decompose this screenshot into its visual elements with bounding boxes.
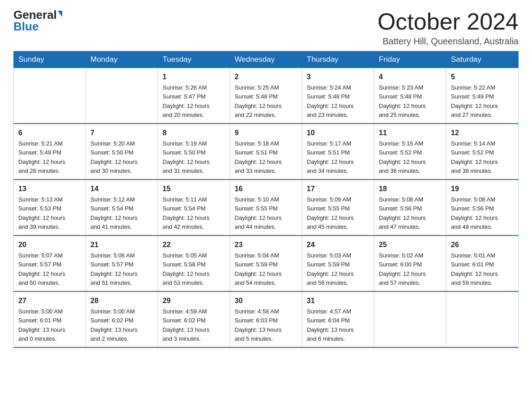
day-info: Sunrise: 4:57 AMSunset: 6:04 PMDaylight:… xyxy=(307,308,354,342)
weekday-header-saturday: Saturday xyxy=(446,51,519,68)
calendar-table: SundayMondayTuesdayWednesdayThursdayFrid… xyxy=(13,51,519,348)
calendar-cell: 2Sunrise: 5:25 AMSunset: 5:48 PMDaylight… xyxy=(230,68,302,124)
week-row-4: 20Sunrise: 5:07 AMSunset: 5:57 PMDayligh… xyxy=(14,235,519,291)
day-info: Sunrise: 5:08 AMSunset: 5:56 PMDaylight:… xyxy=(379,196,426,230)
weekday-header-wednesday: Wednesday xyxy=(230,51,302,68)
calendar-cell: 5Sunrise: 5:22 AMSunset: 5:49 PMDaylight… xyxy=(446,68,519,124)
day-info: Sunrise: 5:12 AMSunset: 5:54 PMDaylight:… xyxy=(90,196,137,230)
day-number: 21 xyxy=(90,240,153,250)
day-info: Sunrise: 5:21 AMSunset: 5:49 PMDaylight:… xyxy=(18,140,65,174)
day-number: 12 xyxy=(451,128,514,138)
day-number: 17 xyxy=(307,184,369,194)
calendar-cell: 6Sunrise: 5:21 AMSunset: 5:49 PMDaylight… xyxy=(14,124,86,180)
day-info: Sunrise: 5:04 AMSunset: 5:59 PMDaylight:… xyxy=(235,252,282,286)
day-number: 15 xyxy=(163,184,225,194)
day-info: Sunrise: 5:19 AMSunset: 5:50 PMDaylight:… xyxy=(163,140,210,174)
calendar-cell: 25Sunrise: 5:02 AMSunset: 6:00 PMDayligh… xyxy=(374,235,446,291)
calendar-cell: 10Sunrise: 5:17 AMSunset: 5:51 PMDayligh… xyxy=(302,124,374,180)
day-number: 4 xyxy=(379,72,442,82)
calendar-cell: 16Sunrise: 5:10 AMSunset: 5:55 PMDayligh… xyxy=(230,180,302,235)
calendar-cell: 9Sunrise: 5:18 AMSunset: 5:51 PMDaylight… xyxy=(230,124,302,180)
calendar-cell xyxy=(86,68,158,124)
weekday-header-sunday: Sunday xyxy=(14,51,86,68)
title-block: October 2024 Battery Hill, Queensland, A… xyxy=(378,9,519,47)
day-info: Sunrise: 5:10 AMSunset: 5:55 PMDaylight:… xyxy=(235,196,282,230)
calendar-cell: 18Sunrise: 5:08 AMSunset: 5:56 PMDayligh… xyxy=(374,180,446,235)
day-info: Sunrise: 5:07 AMSunset: 5:57 PMDaylight:… xyxy=(18,252,65,286)
calendar-cell: 3Sunrise: 5:24 AMSunset: 5:48 PMDaylight… xyxy=(302,68,374,124)
weekday-header-monday: Monday xyxy=(86,51,158,68)
month-title: October 2024 xyxy=(378,9,519,34)
day-info: Sunrise: 5:09 AMSunset: 5:55 PMDaylight:… xyxy=(307,196,354,230)
weekday-header-row: SundayMondayTuesdayWednesdayThursdayFrid… xyxy=(14,51,519,68)
day-number: 28 xyxy=(90,295,153,306)
calendar-cell xyxy=(446,291,519,347)
day-number: 29 xyxy=(163,295,225,306)
day-number: 31 xyxy=(307,295,369,306)
day-number: 2 xyxy=(235,72,297,82)
day-number: 19 xyxy=(451,184,514,194)
day-info: Sunrise: 5:25 AMSunset: 5:48 PMDaylight:… xyxy=(235,84,282,118)
week-row-5: 27Sunrise: 5:00 AMSunset: 6:01 PMDayligh… xyxy=(14,291,519,347)
day-number: 23 xyxy=(235,240,297,250)
logo-general-text: General xyxy=(13,9,57,21)
calendar-cell: 27Sunrise: 5:00 AMSunset: 6:01 PMDayligh… xyxy=(14,291,86,347)
calendar-cell: 28Sunrise: 5:00 AMSunset: 6:02 PMDayligh… xyxy=(86,291,158,347)
day-number: 25 xyxy=(379,240,442,250)
logo-triangle-icon xyxy=(58,11,62,17)
calendar-cell: 1Sunrise: 5:26 AMSunset: 5:47 PMDaylight… xyxy=(158,68,230,124)
day-info: Sunrise: 5:00 AMSunset: 6:01 PMDaylight:… xyxy=(18,308,65,342)
day-info: Sunrise: 5:20 AMSunset: 5:50 PMDaylight:… xyxy=(90,140,137,174)
day-number: 11 xyxy=(379,128,442,138)
calendar-cell: 13Sunrise: 5:13 AMSunset: 5:53 PMDayligh… xyxy=(14,180,86,235)
calendar-cell: 14Sunrise: 5:12 AMSunset: 5:54 PMDayligh… xyxy=(86,180,158,235)
day-info: Sunrise: 4:58 AMSunset: 6:03 PMDaylight:… xyxy=(235,308,282,342)
day-number: 8 xyxy=(163,128,225,138)
day-info: Sunrise: 5:03 AMSunset: 5:59 PMDaylight:… xyxy=(307,252,354,286)
day-number: 9 xyxy=(235,128,297,138)
day-number: 20 xyxy=(18,240,81,250)
day-info: Sunrise: 5:06 AMSunset: 5:57 PMDaylight:… xyxy=(90,252,137,286)
day-info: Sunrise: 5:24 AMSunset: 5:48 PMDaylight:… xyxy=(307,84,354,118)
calendar-cell: 29Sunrise: 4:59 AMSunset: 6:02 PMDayligh… xyxy=(158,291,230,347)
weekday-header-tuesday: Tuesday xyxy=(158,51,230,68)
day-number: 24 xyxy=(307,240,369,250)
day-info: Sunrise: 5:13 AMSunset: 5:53 PMDaylight:… xyxy=(18,196,65,230)
day-info: Sunrise: 5:02 AMSunset: 6:00 PMDaylight:… xyxy=(379,252,426,286)
day-info: Sunrise: 5:26 AMSunset: 5:47 PMDaylight:… xyxy=(163,84,210,118)
weekday-header-thursday: Thursday xyxy=(302,51,374,68)
day-info: Sunrise: 5:00 AMSunset: 6:02 PMDaylight:… xyxy=(90,308,137,342)
day-number: 1 xyxy=(163,72,225,82)
calendar-cell xyxy=(374,291,446,347)
weekday-header-friday: Friday xyxy=(374,51,446,68)
day-info: Sunrise: 5:14 AMSunset: 5:52 PMDaylight:… xyxy=(451,140,498,174)
day-info: Sunrise: 4:59 AMSunset: 6:02 PMDaylight:… xyxy=(163,308,210,342)
location-title: Battery Hill, Queensland, Australia xyxy=(378,36,519,47)
week-row-1: 1Sunrise: 5:26 AMSunset: 5:47 PMDaylight… xyxy=(14,68,519,124)
calendar-cell: 30Sunrise: 4:58 AMSunset: 6:03 PMDayligh… xyxy=(230,291,302,347)
calendar-cell: 7Sunrise: 5:20 AMSunset: 5:50 PMDaylight… xyxy=(86,124,158,180)
day-info: Sunrise: 5:22 AMSunset: 5:49 PMDaylight:… xyxy=(451,84,498,118)
calendar-cell: 31Sunrise: 4:57 AMSunset: 6:04 PMDayligh… xyxy=(302,291,374,347)
day-number: 27 xyxy=(18,295,81,306)
day-number: 16 xyxy=(235,184,297,194)
week-row-2: 6Sunrise: 5:21 AMSunset: 5:49 PMDaylight… xyxy=(14,124,519,180)
calendar-cell: 12Sunrise: 5:14 AMSunset: 5:52 PMDayligh… xyxy=(446,124,519,180)
day-number: 3 xyxy=(307,72,369,82)
week-row-3: 13Sunrise: 5:13 AMSunset: 5:53 PMDayligh… xyxy=(14,180,519,235)
calendar-cell: 11Sunrise: 5:15 AMSunset: 5:52 PMDayligh… xyxy=(374,124,446,180)
calendar-cell: 24Sunrise: 5:03 AMSunset: 5:59 PMDayligh… xyxy=(302,235,374,291)
calendar-cell: 22Sunrise: 5:05 AMSunset: 5:58 PMDayligh… xyxy=(158,235,230,291)
calendar-cell: 4Sunrise: 5:23 AMSunset: 5:48 PMDaylight… xyxy=(374,68,446,124)
day-info: Sunrise: 5:08 AMSunset: 5:56 PMDaylight:… xyxy=(451,196,498,230)
day-number: 6 xyxy=(18,128,81,138)
logo-blue-text: Blue xyxy=(13,21,62,32)
calendar-cell xyxy=(14,68,86,124)
calendar-cell: 20Sunrise: 5:07 AMSunset: 5:57 PMDayligh… xyxy=(14,235,86,291)
day-number: 30 xyxy=(235,295,297,306)
day-number: 26 xyxy=(451,240,514,250)
day-number: 22 xyxy=(163,240,225,250)
logo: General Blue xyxy=(13,9,62,32)
day-number: 7 xyxy=(90,128,153,138)
calendar-cell: 8Sunrise: 5:19 AMSunset: 5:50 PMDaylight… xyxy=(158,124,230,180)
